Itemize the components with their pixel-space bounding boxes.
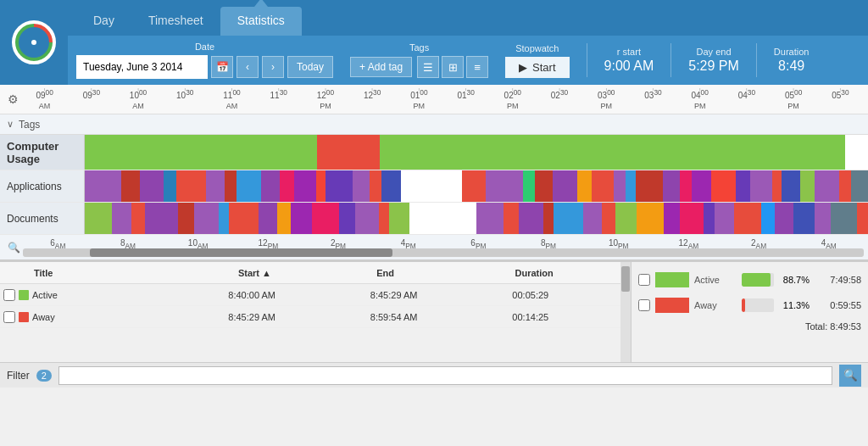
stat-name-active: Active [694, 275, 737, 285]
day-end-value: 5:29 PM [688, 59, 739, 74]
separator3 [756, 43, 757, 77]
chart-area: Computer Usage Applications [0, 135, 868, 235]
time-scale: 0900AM 0930 1000AM 1030 1100AM 1130 1200… [21, 88, 864, 109]
stat-time-active: 7:49:58 [815, 275, 861, 285]
stat-time-away: 0:59:55 [815, 300, 861, 310]
date-input[interactable] [76, 55, 208, 79]
tags-label: Tags [409, 42, 429, 53]
computer-usage-bars [85, 135, 868, 170]
tick-0330: 0330 [630, 88, 676, 109]
cu-green2 [380, 135, 845, 170]
stat-bar-fill-away [742, 298, 745, 312]
duration-field: Duration 8:49 [774, 47, 810, 74]
date-input-wrap: 📅 ‹ › Today [76, 55, 333, 79]
tick-1130: 1130 [255, 88, 302, 109]
stat-color-away [655, 298, 689, 313]
total-label: Total: 8:49:53 [805, 321, 861, 332]
tick-1030: 1030 [162, 88, 209, 109]
stat-pct-active: 88.7% [779, 275, 810, 285]
documents-row: Documents [0, 203, 868, 235]
tab-statistics[interactable]: Statistics [220, 7, 302, 36]
scroll-thumb[interactable] [90, 248, 392, 257]
stat-check-away[interactable] [638, 299, 650, 311]
rstart-label: r start [617, 47, 641, 57]
search-timeline-icon[interactable]: 🔍 [4, 242, 23, 254]
documents-label: Documents [0, 203, 85, 234]
list-view-button[interactable]: ☰ [417, 56, 439, 78]
table-scrollbar[interactable] [620, 262, 631, 362]
filter-label: Filter [7, 370, 30, 382]
filter-search-button[interactable]: 🔍 [839, 365, 861, 387]
active-tab-indicator [254, 0, 268, 7]
th-start-label: Start [238, 268, 259, 278]
stat-pct-away: 11.3% [779, 300, 810, 310]
logo-icon [12, 20, 56, 64]
stat-bar-bg-active [742, 273, 774, 287]
stat-check-active[interactable] [638, 274, 650, 286]
stat-name-away: Away [694, 300, 737, 310]
filter-badge: 2 [36, 370, 52, 382]
expand-icon[interactable]: ∨ [7, 119, 14, 130]
applications-row: Applications [0, 170, 868, 203]
tab-timesheet[interactable]: Timesheet [131, 7, 220, 36]
calendar-icon[interactable]: 📅 [211, 56, 233, 78]
row-title-2: Away [15, 312, 225, 322]
row-color-2 [19, 312, 29, 322]
tab-day[interactable]: Day [76, 7, 131, 36]
separator1 [587, 43, 587, 77]
row-title-text-2: Away [32, 312, 55, 322]
th-duration: Duration [512, 268, 617, 278]
grid-view-button[interactable]: ⊞ [442, 56, 464, 78]
cu-red [317, 135, 379, 170]
tags-row: ∨ Tags [0, 114, 868, 135]
day-end-field: Day end 5:29 PM [688, 47, 739, 74]
settings-icon[interactable]: ⚙ [4, 91, 21, 108]
tick-0100: 0100PM [396, 88, 442, 109]
table-scroll-thumb[interactable] [621, 266, 630, 292]
scroll-track[interactable] [23, 248, 864, 257]
row-start-2: 8:45:29 AM [225, 312, 367, 322]
tick-0430: 0430 [723, 88, 770, 109]
th-title: Title [31, 268, 235, 278]
row-check-1[interactable] [3, 289, 15, 301]
tick-0900: 0900AM [21, 88, 68, 109]
play-icon: ▶ [519, 61, 527, 74]
tick-0530: 0530 [817, 88, 864, 109]
computer-usage-label: Computer Usage [0, 135, 85, 170]
timeline-header: ⚙ 0900AM 0930 1000AM 1030 1100AM 1130 12… [0, 85, 868, 114]
tick-0500: 0500PM [771, 88, 817, 109]
tick-0200: 0200PM [489, 88, 536, 109]
tick-0300: 0300PM [583, 88, 630, 109]
sort-icon: ▲ [262, 268, 271, 278]
filter-input[interactable] [58, 366, 832, 385]
tick-0400: 0400PM [676, 88, 723, 109]
logo-inner [19, 27, 49, 58]
time-info: r start 9:00 AM Day end 5:29 PM Duration… [587, 43, 810, 77]
tick-0130: 0130 [442, 88, 489, 109]
tick-1230: 1230 [349, 88, 396, 109]
tags-row-label: Tags [19, 119, 40, 131]
tick-1200: 1200PM [302, 88, 348, 109]
computer-usage-row: Computer Usage [0, 135, 868, 170]
stats-total: Total: 8:49:53 [638, 320, 861, 332]
table-header: Title Start ▲ End Duration [0, 262, 620, 284]
add-tag-button[interactable]: + Add tag [350, 57, 412, 77]
th-start[interactable]: Start ▲ [235, 268, 373, 278]
row-color-1 [19, 290, 29, 300]
next-day-button[interactable]: › [262, 56, 284, 78]
row-start-1: 8:40:00 AM [225, 290, 367, 300]
row-end-2: 8:59:54 AM [367, 312, 509, 322]
row-dur-2: 00:14:25 [509, 312, 617, 322]
prev-day-button[interactable]: ‹ [236, 56, 259, 78]
compact-view-button[interactable]: ≡ [466, 56, 488, 78]
start-label: Start [532, 61, 555, 74]
row-title-text-1: Active [32, 290, 58, 300]
start-button[interactable]: ▶ Start [505, 57, 569, 78]
applications-label: Applications [0, 170, 85, 202]
tags-controls: + Add tag ☰ ⊞ ≡ [350, 56, 488, 78]
table-row-1: Active 8:40:00 AM 8:45:29 AM 00:05:29 [0, 284, 620, 306]
logo-dot [31, 40, 36, 45]
today-button[interactable]: Today [287, 56, 333, 78]
filter-search-icon: 🔍 [843, 369, 858, 382]
row-check-2[interactable] [3, 311, 15, 323]
